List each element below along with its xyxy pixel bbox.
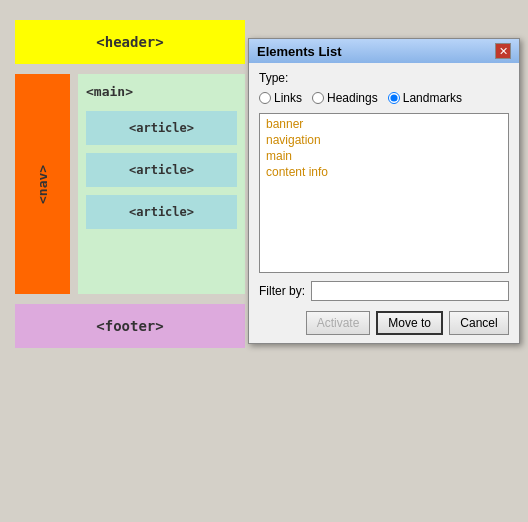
- elements-listbox[interactable]: banner navigation main content info: [259, 113, 509, 273]
- button-row: Activate Move to Cancel: [259, 311, 509, 335]
- move-to-label: Move to: [388, 316, 431, 330]
- header-label: <header>: [96, 34, 163, 50]
- close-icon: ✕: [499, 45, 508, 58]
- landmarks-label: Landmarks: [403, 91, 462, 105]
- footer-element: <footer>: [15, 304, 245, 348]
- article-element-3: <article>: [86, 195, 237, 229]
- links-label: Links: [274, 91, 302, 105]
- filter-input[interactable]: [311, 281, 509, 301]
- article1-label: <article>: [129, 121, 194, 135]
- move-to-button[interactable]: Move to: [376, 311, 443, 335]
- list-item[interactable]: navigation: [262, 132, 506, 148]
- filter-row: Filter by:: [259, 281, 509, 301]
- headings-label: Headings: [327, 91, 378, 105]
- list-item[interactable]: main: [262, 148, 506, 164]
- cancel-label: Cancel: [460, 316, 497, 330]
- type-radio-group: Links Headings Landmarks: [259, 91, 509, 105]
- header-element: <header>: [15, 20, 245, 64]
- landmarks-radio-label[interactable]: Landmarks: [388, 91, 462, 105]
- landmarks-radio[interactable]: [388, 92, 400, 104]
- filter-label: Filter by:: [259, 284, 305, 298]
- dialog-body: Type: Links Headings Landmarks banner na…: [249, 63, 519, 343]
- list-item[interactable]: banner: [262, 116, 506, 132]
- article-element-2: <article>: [86, 153, 237, 187]
- dialog-title: Elements List: [257, 44, 342, 59]
- article2-label: <article>: [129, 163, 194, 177]
- article3-label: <article>: [129, 205, 194, 219]
- mid-section: <nav> <main> <article> <article> <articl…: [15, 74, 245, 294]
- nav-element: <nav>: [15, 74, 70, 294]
- headings-radio[interactable]: [312, 92, 324, 104]
- html-visualization: <header> <nav> <main> <article> <article…: [0, 0, 260, 522]
- links-radio[interactable]: [259, 92, 271, 104]
- type-label: Type:: [259, 71, 509, 85]
- activate-button[interactable]: Activate: [306, 311, 371, 335]
- article-element-1: <article>: [86, 111, 237, 145]
- close-button[interactable]: ✕: [495, 43, 511, 59]
- nav-label: <nav>: [35, 164, 50, 203]
- links-radio-label[interactable]: Links: [259, 91, 302, 105]
- activate-label: Activate: [317, 316, 360, 330]
- footer-label: <footer>: [96, 318, 163, 334]
- main-element: <main> <article> <article> <article>: [78, 74, 245, 294]
- main-label: <main>: [86, 84, 237, 99]
- list-item[interactable]: content info: [262, 164, 506, 180]
- cancel-button[interactable]: Cancel: [449, 311, 509, 335]
- elements-list-dialog: Elements List ✕ Type: Links Headings Lan…: [248, 38, 520, 344]
- dialog-titlebar: Elements List ✕: [249, 39, 519, 63]
- headings-radio-label[interactable]: Headings: [312, 91, 378, 105]
